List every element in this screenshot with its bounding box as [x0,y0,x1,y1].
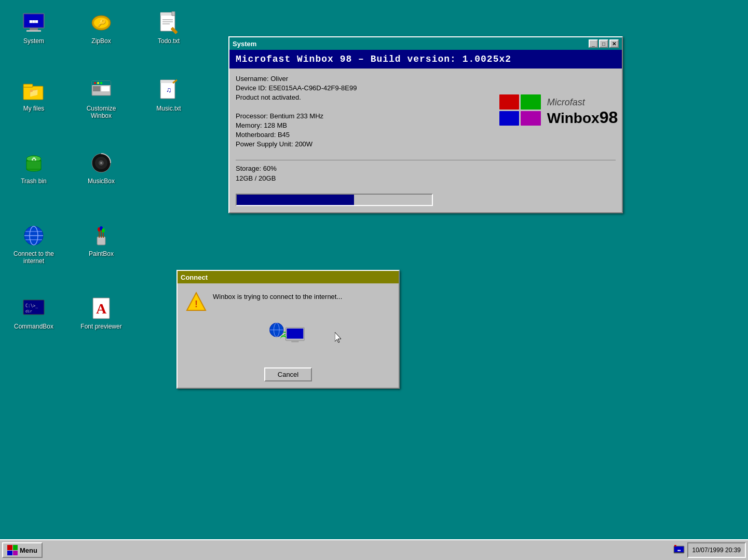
desktop-icon-paintbox[interactable]: PaintBox [78,223,125,257]
start-icon-green [13,545,18,550]
taskbar: Menu ■■ 10/07/1999 20:39 [0,539,748,560]
start-icon-red [7,545,12,550]
connect-dialog-title: Connect [181,274,208,281]
motherboard-field: Motherboard: B45 [236,131,491,139]
psu-field: Power Supply Unit: 200W [236,140,491,148]
musictxt-icon-label: Music.txt [156,105,181,112]
connect-titlebar[interactable]: Connect [178,271,399,283]
logo-product: Winbox [547,110,600,127]
close-button[interactable]: ✕ [609,39,619,48]
desktop-icon-musictxt[interactable]: ♫ Music.txt [145,78,192,112]
storage-label: Storage: 60% [236,165,616,172]
svg-point-49 [102,228,105,233]
desktop-icon-myfiles[interactable]: 📁 My files [10,78,57,112]
tray-icon: ■■ [673,544,685,556]
svg-rect-4 [26,30,41,32]
svg-rect-69 [674,545,676,547]
flag-blue [499,111,520,126]
commandbox-icon-label: CommandBox [14,323,53,330]
svg-text:■■■: ■■■ [30,19,38,24]
customizewinbox-icon [89,78,114,103]
memory-field: Memory: 128 MB [236,121,491,129]
network-icon [267,319,309,355]
svg-point-21 [97,82,99,84]
system-logo: Microfast Winbox 98 [501,75,616,149]
trashbin-icon-label: Trash bin [21,177,47,185]
system-window-title: System [233,40,256,48]
zipbox-icon: 🔑 [89,10,114,35]
musicbox-icon-label: MusicBox [88,177,115,185]
system-header: Microfast Winbox 98 – Build version: 1.0… [229,50,622,69]
flag-red [499,94,520,110]
storage-size: 12GB / 20GB [236,174,616,182]
desktop-icon-fontpreviewer[interactable]: A Font previewer [78,296,125,330]
desktop-icon-zipbox[interactable]: 🔑 ZipBox [78,10,125,45]
svg-text:♫: ♫ [166,86,172,94]
fontpreviewer-icon: A [89,296,114,321]
deviceid-field: Device ID: E5E015AA-C96D-42F9-8E99 [236,84,491,92]
logo-text: Microfast Winbox 98 [547,97,618,127]
windows-flag [499,94,541,126]
todotxt-icon [156,10,181,35]
svg-point-22 [100,82,102,84]
system-icon-label: System [23,37,44,45]
flag-green [521,94,541,110]
cancel-button[interactable]: Cancel [264,367,312,381]
svg-rect-33 [26,161,41,169]
taskbar-left: Menu [2,542,43,558]
start-icon-purple [13,551,18,556]
logo-version: 98 [600,108,618,127]
minimize-button[interactable]: _ [589,39,598,48]
svg-rect-62 [291,340,298,343]
desktop-icon-trashbin[interactable]: ♻ Trash bin [10,151,57,185]
paintbox-icon [89,223,114,248]
desktop-icon-musicbox[interactable]: MusicBox [78,151,125,185]
start-icon-blue [7,551,12,556]
trashbin-icon: ♻ [21,151,46,175]
system-body: Username: Oliver Device ID: E5E015AA-C96… [229,69,622,156]
connectinternet-icon-label: Connect to the internet [10,250,57,265]
storage-progress-bar [236,194,433,206]
system-titlebar[interactable]: System _ □ ✕ [229,37,622,50]
username-field: Username: Oliver [236,75,491,83]
svg-text:A: A [96,301,107,317]
desktop-icon-connectinternet[interactable]: Connect to the internet [10,223,57,265]
svg-rect-24 [101,86,110,91]
desktop-icon-todotxt[interactable]: Todo.txt [145,10,192,45]
musicbox-icon [89,151,114,175]
svg-text:!: ! [195,299,198,309]
svg-text:📁: 📁 [29,88,39,98]
svg-rect-61 [287,329,303,339]
paintbox-icon-label: PaintBox [89,250,114,257]
dialog-body: ! Winbox is trying to connect to the int… [178,283,399,363]
desktop-icon-system[interactable]: ■■■ System [10,10,57,45]
svg-rect-16 [23,84,33,87]
system-tray: 10/07/1999 20:39 [687,542,746,558]
fontpreviewer-icon-label: Font previewer [80,323,121,330]
svg-point-20 [94,82,96,84]
system-window-controls: _ □ ✕ [589,39,619,48]
svg-point-37 [100,162,102,164]
dialog-message: Winbox is trying to connect to the inter… [213,292,342,302]
svg-rect-3 [30,28,38,30]
taskbar-right: ■■ 10/07/1999 20:39 [673,542,746,558]
customizewinbox-icon-label: Customize Winbox [78,105,125,120]
start-button[interactable]: Menu [2,542,43,558]
svg-text:dir: dir [25,309,32,313]
system-info: Username: Oliver Device ID: E5E015AA-C96… [236,75,491,149]
storage-section: Storage: 60% 12GB / 20GB [229,165,622,212]
svg-text:🔑: 🔑 [97,19,106,28]
desktop-icon-customizewinbox[interactable]: Customize Winbox [78,78,125,120]
commandbox-icon: C:\>_ dir [21,296,46,321]
svg-text:C:\>_: C:\>_ [25,304,38,308]
desktop-icon-commandbox[interactable]: C:\>_ dir CommandBox [10,296,57,330]
todotxt-icon-label: Todo.txt [158,37,180,45]
system-window: System _ □ ✕ Microfast Winbox 98 – Build… [228,36,623,213]
connect-dialog: Connect ! Winbox is trying to connect to… [176,270,400,389]
svg-marker-13 [172,11,175,16]
product-field: Product not activated. [236,93,491,101]
datetime-display: 10/07/1999 20:39 [692,547,741,554]
connectinternet-icon [21,223,46,248]
maximize-button[interactable]: □ [599,39,608,48]
section-divider [236,160,616,160]
